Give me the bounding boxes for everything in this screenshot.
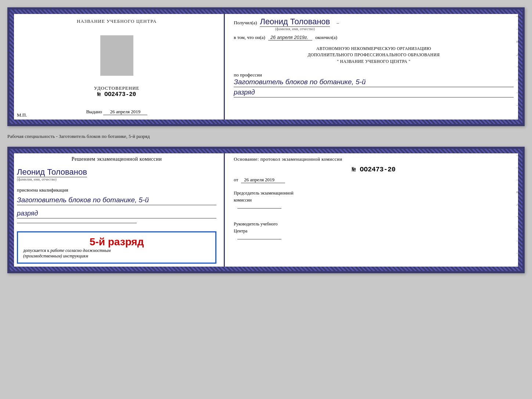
chairman-label2: комиссии — [234, 197, 514, 204]
mp-label: М.П. — [17, 112, 27, 118]
director-label2: Центра — [234, 228, 514, 235]
issued-date: 26 апреля 2019 — [103, 109, 147, 115]
org-line2: ДОПОЛНИТЕЛЬНОГО ПРОФЕССИОНАЛЬНОГО ОБРАЗО… — [234, 52, 514, 58]
person-name: Леонид Толованов — [17, 167, 87, 177]
training-center-title: НАЗВАНИЕ УЧЕБНОГО ЦЕНТРА — [77, 18, 157, 24]
received-prefix: Получил(а) — [234, 20, 257, 26]
right-dashes: – – и ,а ← – – – – — [516, 10, 520, 124]
profession-name-line: Заготовитель блоков по ботанике, 5-й — [234, 78, 514, 87]
from-label: от — [234, 177, 238, 183]
protocol-number: № OO2473-20 — [234, 166, 514, 173]
profession-label: по профессии — [234, 72, 514, 78]
stamp-allowed: допускается к работе согласно должностны… — [23, 248, 210, 253]
chairman-block: Председатель экзаменационной комиссии — [234, 190, 514, 211]
name-subtext: (фамилия, имя, отчество) — [260, 27, 330, 31]
separator1 — [17, 223, 137, 223]
dash-after-name: – — [337, 20, 339, 26]
allowed-italic: работе согласно должностным — [50, 248, 111, 253]
recipient-section: Получил(а) Леонид Толованов (фамилия, им… — [234, 17, 514, 31]
confirm-suffix: окончил(а) — [315, 35, 337, 40]
top-doc-right: Получил(а) Леонид Толованов (фамилия, им… — [225, 10, 522, 124]
issued-label: Выдано — [86, 109, 102, 114]
bottom-right-dashes: – – – и ,а ← – – – – — [516, 149, 520, 271]
cert-number: № OO2473-20 — [97, 91, 136, 98]
org-line1: АВТОНОМНУЮ НЕКОММЕРЧЕСКУЮ ОРГАНИЗАЦИЮ — [234, 46, 514, 52]
basis-text: Основание: протокол экзаменационной коми… — [234, 156, 514, 162]
photo-placeholder — [100, 35, 133, 76]
rank-text: разряд — [234, 89, 255, 96]
person-name-subtext: (фамилия, имя, отчество) — [17, 177, 57, 181]
chairman-label: Председатель экзаменационной — [234, 190, 514, 197]
profession-name: Заготовитель блоков по ботанике, 5-й — [234, 78, 366, 86]
qualification-name: Заготовитель блоков по ботанике, 5-й — [17, 196, 149, 204]
director-signature — [237, 239, 281, 239]
recipient-name-block: Леонид Толованов (фамилия, имя, отчество… — [260, 17, 330, 31]
bottom-doc-left: Решением экзаменационной комиссии Леонид… — [10, 149, 225, 271]
confirm-line: в том, что он(а) 26 апреля 2019г. окончи… — [234, 35, 514, 40]
chairman-signature — [237, 208, 281, 209]
specialty-label: Рабочая специальность - Заготовитель бло… — [7, 132, 525, 141]
confirm-text: в том, что он(а) — [234, 35, 265, 40]
bottom-rank-text: разряд — [17, 210, 38, 217]
page-container: НАЗВАНИЕ УЧЕБНОГО ЦЕНТРА УДОСТОВЕРЕНИЕ №… — [7, 7, 525, 273]
confirm-date: 26 апреля 2019г. — [268, 35, 312, 40]
stamp-rank: 5-й разряд — [23, 236, 210, 248]
org-line3: " НАЗВАНИЕ УЧЕБНОГО ЦЕНТРА " — [234, 58, 514, 65]
person-block: Леонид Толованов (фамилия, имя, отчество… — [17, 167, 216, 181]
bottom-rank-line: разряд — [17, 210, 216, 218]
allowed-text: допускается к — [23, 248, 49, 253]
rank-line: разряд — [234, 89, 514, 97]
qualification-stamp: 5-й разряд допускается к работе согласно… — [17, 231, 216, 264]
qualification-assigned: присвоена квалификация — [17, 187, 216, 193]
bottom-doc-right: Основание: протокол экзаменационной коми… — [225, 149, 522, 271]
top-document: НАЗВАНИЕ УЧЕБНОГО ЦЕНТРА УДОСТОВЕРЕНИЕ №… — [7, 7, 525, 126]
qualification-name-line: Заготовитель блоков по ботанике, 5-й — [17, 196, 216, 205]
org-block: АВТОНОМНУЮ НЕКОММЕРЧЕСКУЮ ОРГАНИЗАЦИЮ ДО… — [234, 46, 514, 65]
issued-line: Выдано 26 апреля 2019 — [86, 109, 147, 115]
director-label: Руководитель учебного — [234, 221, 514, 228]
instructions-italic: (производственным) инструкциям — [23, 253, 210, 259]
decision-text: Решением экзаменационной комиссии — [17, 156, 216, 162]
from-date: 26 апреля 2019 — [241, 177, 285, 183]
cert-label: УДОСТОВЕРЕНИЕ — [94, 85, 140, 91]
recipient-name: Леонид Толованов — [260, 17, 330, 27]
profession-block: по профессии Заготовитель блоков по бота… — [234, 72, 514, 97]
bottom-document: Решением экзаменационной комиссии Леонид… — [7, 147, 525, 273]
from-date-block: от 26 апреля 2019 — [234, 177, 514, 183]
top-doc-left: НАЗВАНИЕ УЧЕБНОГО ЦЕНТРА УДОСТОВЕРЕНИЕ №… — [10, 10, 225, 124]
director-block: Руководитель учебного Центра — [234, 221, 514, 242]
